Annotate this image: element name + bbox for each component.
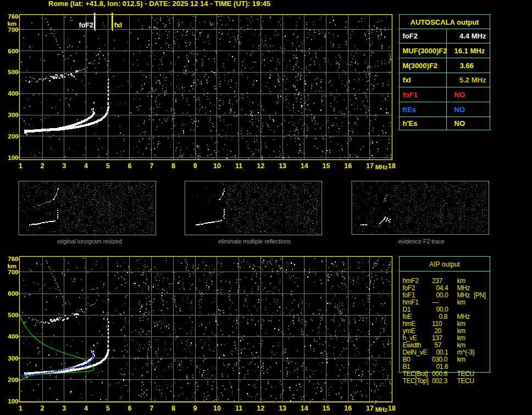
svg-text:foF2: foF2 [403,284,415,292]
svg-text:ymE: ymE [403,327,415,335]
svg-text:TEC[Bot]: TEC[Bot] [403,370,428,378]
svg-text:500: 500 [8,69,18,75]
svg-text:700: 700 [8,26,18,33]
svg-text:100: 100 [8,154,18,161]
svg-text:3: 3 [62,405,66,412]
svg-text:AUTOSCALA output: AUTOSCALA output [411,18,480,26]
svg-text:km: km [7,263,16,269]
svg-text:MHz: MHz [375,164,388,170]
svg-text:200: 200 [8,377,18,383]
svg-text:TECU: TECU [457,377,474,385]
svg-text:18: 18 [388,405,396,412]
svg-text:10: 10 [213,162,221,170]
svg-text:eliminate multiple reflections: eliminate multiple reflections [218,238,291,245]
svg-text:01.6: 01.6 [436,363,448,370]
svg-text:8: 8 [171,162,175,170]
svg-text:4.4 MHz: 4.4 MHz [459,32,486,40]
svg-text:16: 16 [344,405,352,412]
svg-text:h_vE: h_vE [403,334,417,342]
svg-text:TEC[Top]: TEC[Top] [403,377,429,385]
svg-text:5: 5 [106,405,110,412]
svg-text:foE: foE [403,313,412,320]
svg-text:17: 17 [366,405,374,412]
svg-text:600: 600 [8,48,18,54]
svg-text:5: 5 [106,162,110,170]
svg-text:12: 12 [257,405,264,412]
svg-text:500: 500 [8,312,18,318]
svg-text:evidence F2 trace: evidence F2 trace [398,238,444,245]
svg-text:MHz: MHz [375,406,388,413]
svg-text:NO: NO [455,106,465,114]
svg-text:B1: B1 [403,363,411,370]
svg-text:11: 11 [235,405,242,412]
svg-text:00.1: 00.1 [436,348,448,356]
svg-text:m^(-3): m^(-3) [457,348,475,356]
svg-text:7: 7 [149,162,153,170]
svg-text:237: 237 [432,277,443,285]
svg-text:700: 700 [8,269,18,275]
svg-text:6: 6 [128,405,131,412]
svg-text:hmF2: hmF2 [403,277,419,285]
svg-text:9: 9 [193,405,197,412]
svg-text:MHz: MHz [457,291,470,299]
svg-text:04.4: 04.4 [436,284,448,292]
svg-text:MHz: MHz [457,313,470,320]
svg-text:km: km [457,320,466,328]
svg-text:M(3000)F2: M(3000)F2 [403,62,438,70]
svg-text:km: km [457,327,466,335]
svg-text:D1: D1 [403,306,411,313]
svg-text:15: 15 [323,162,330,170]
svg-text:14: 14 [301,405,308,412]
svg-text:6: 6 [128,162,131,170]
svg-text:NO: NO [455,91,465,99]
svg-text:7: 7 [149,405,153,412]
svg-text:400: 400 [8,333,18,340]
svg-text:km: km [457,341,466,349]
svg-text:300: 300 [8,355,18,362]
svg-text:km: km [457,334,466,342]
svg-text:57: 57 [435,341,442,349]
svg-text:13: 13 [279,405,286,412]
svg-text:4: 4 [84,405,88,412]
svg-text:400: 400 [8,90,18,97]
svg-text:km: km [457,277,466,285]
svg-text:NO: NO [455,119,465,128]
svg-text:h'Es: h'Es [403,119,418,128]
svg-text:16: 16 [344,162,352,170]
svg-text:2: 2 [41,405,45,412]
svg-text:00.0: 00.0 [436,291,448,299]
svg-text:1: 1 [19,162,23,170]
svg-text:AIP output: AIP output [429,261,460,268]
svg-text:13: 13 [279,162,286,170]
svg-text:km: km [457,356,466,363]
svg-text:100: 100 [8,398,18,405]
svg-text:5.2 MHz: 5.2 MHz [459,76,486,84]
svg-text:16.1 MHz: 16.1 MHz [455,47,485,55]
svg-text:B0: B0 [403,356,411,363]
svg-text:km: km [7,20,16,27]
svg-text:300: 300 [8,112,18,118]
svg-text:2: 2 [41,162,45,170]
svg-text:17: 17 [366,162,374,170]
svg-text:km: km [457,298,466,306]
svg-text:0.8: 0.8 [439,313,448,320]
svg-text:foF2: foF2 [403,32,418,40]
svg-text:1: 1 [19,405,23,412]
svg-text:20: 20 [435,327,442,335]
svg-text:002.3: 002.3 [432,377,448,385]
svg-text:DelN_vE: DelN_vE [403,348,428,356]
svg-text:3: 3 [62,162,66,170]
svg-text:760: 760 [8,256,18,262]
svg-text:12: 12 [257,162,264,170]
svg-text:137: 137 [432,334,443,342]
svg-text:9: 9 [193,162,197,170]
svg-text:ftEs: ftEs [403,106,417,114]
svg-text:foF1: foF1 [403,291,415,299]
svg-text:MHz: MHz [457,284,470,292]
svg-text:Rome (lat: +41.8, lon: 012.5): Rome (lat: +41.8, lon: 012.5) - DATE: 20… [48,0,270,8]
svg-text:---: --- [432,298,438,306]
svg-text:Ewidth: Ewidth [403,341,422,349]
svg-text:[PN]: [PN] [474,291,486,299]
svg-text:18: 18 [388,162,396,170]
svg-text:10: 10 [213,405,221,412]
